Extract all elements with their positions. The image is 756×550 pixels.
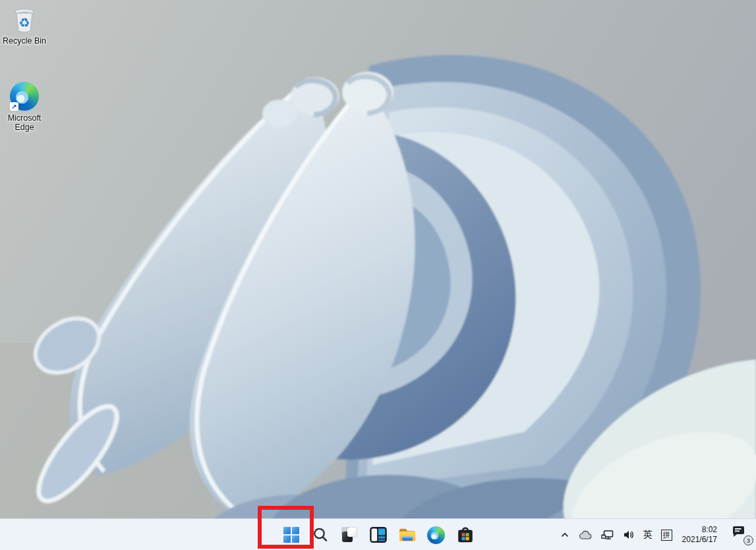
widgets-button[interactable] bbox=[365, 522, 392, 548]
hidden-icons-button[interactable] bbox=[558, 529, 571, 541]
ime-mode-label: 拼 bbox=[661, 530, 672, 541]
system-tray: 英 拼 8:02 2021/6/17 3 bbox=[558, 519, 752, 550]
clock-date: 2021/6/17 bbox=[682, 535, 717, 545]
recycle-bin-icon: ♻ bbox=[9, 4, 40, 34]
svg-text:♻: ♻ bbox=[18, 15, 30, 30]
microsoft-store-button[interactable] bbox=[452, 522, 479, 548]
clock[interactable]: 8:02 2021/6/17 bbox=[680, 525, 720, 545]
desktop: ♻ Recycle Bin ↗ Microsoft Edge bbox=[0, 0, 756, 550]
taskbar: 英 拼 8:02 2021/6/17 3 bbox=[0, 518, 756, 550]
ethernet-icon bbox=[601, 530, 614, 541]
desktop-icon-grid: ♻ Recycle Bin ↗ Microsoft Edge bbox=[0, 1, 49, 141]
start-button[interactable] bbox=[278, 522, 305, 548]
taskbar-center-icons bbox=[278, 519, 479, 550]
chevron-up-icon bbox=[560, 530, 570, 539]
desktop-icon-recycle-bin[interactable]: ♻ Recycle Bin bbox=[0, 1, 49, 49]
search-button[interactable] bbox=[307, 522, 334, 548]
desktop-icon-label: Recycle Bin bbox=[3, 36, 46, 46]
task-view-button[interactable] bbox=[336, 522, 363, 548]
shopping-bag-icon bbox=[456, 525, 475, 545]
ime-language-button[interactable]: 英 bbox=[642, 528, 654, 542]
shortcut-arrow-icon: ↗ bbox=[10, 102, 18, 111]
magnifier-icon bbox=[312, 526, 329, 543]
widgets-panel-icon bbox=[369, 526, 388, 544]
notification-center-button[interactable]: 3 bbox=[730, 524, 752, 546]
desktop-icon-label: Microsoft Edge bbox=[1, 113, 47, 132]
edge-swirl-icon: ↗ bbox=[9, 81, 40, 111]
speaker-icon bbox=[623, 530, 635, 540]
wallpaper-bloom bbox=[0, 0, 756, 550]
ime-mode-button[interactable]: 拼 bbox=[660, 528, 674, 542]
edge-swirl-icon bbox=[427, 526, 445, 544]
overlapping-squares-icon bbox=[341, 526, 358, 543]
folder-icon bbox=[397, 526, 417, 544]
file-explorer-button[interactable] bbox=[394, 522, 421, 548]
edge-browser-button[interactable] bbox=[423, 522, 450, 548]
onedrive-button[interactable] bbox=[577, 529, 594, 541]
cloud-icon bbox=[579, 530, 593, 540]
desktop-icon-microsoft-edge[interactable]: ↗ Microsoft Edge bbox=[0, 78, 49, 136]
volume-button[interactable] bbox=[622, 528, 636, 541]
network-button[interactable] bbox=[600, 528, 616, 542]
ime-language-label: 英 bbox=[643, 529, 653, 541]
clock-time: 8:02 bbox=[702, 525, 717, 535]
notification-badge: 3 bbox=[743, 535, 753, 545]
windows-logo-icon bbox=[283, 527, 299, 543]
